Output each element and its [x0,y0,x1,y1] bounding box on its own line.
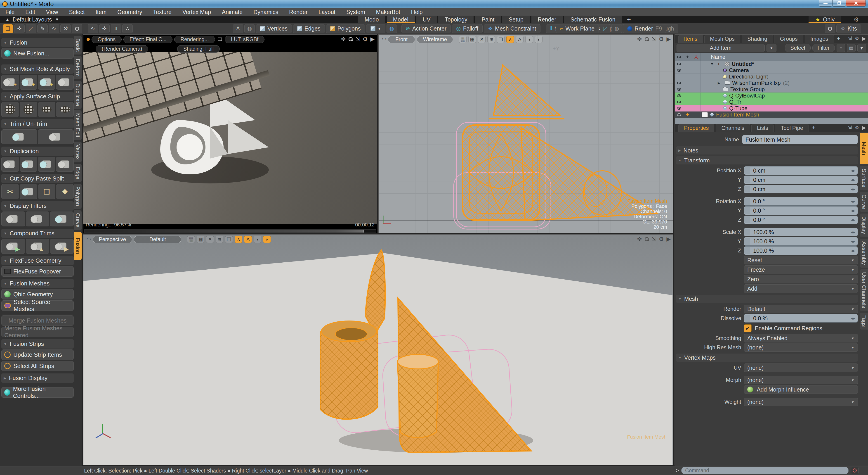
name-column-header[interactable]: Name [701,54,725,60]
zero-dropdown[interactable]: Zero▼ [744,275,858,284]
items-mode-dropdown[interactable]: ▼ [366,24,385,33]
tab-lists[interactable]: Lists [751,124,774,132]
options-button[interactable]: Options [92,36,122,43]
menu-help[interactable]: Help [405,9,428,16]
dup-b-button[interactable] [20,157,37,172]
ik-tool-button[interactable]: ∿ [49,24,59,33]
position-y-field[interactable]: 0 cm◀▶ [744,176,858,184]
qbic-geometry-button[interactable]: Qbic Geometry... [1,289,74,299]
select-all-strips-button[interactable]: Select All Strips [1,361,74,371]
tab-deform[interactable]: Deform [74,56,82,80]
item-name-field[interactable]: Fusion Item Mesh [742,135,858,144]
screen-toggle[interactable]: ❏ [497,36,504,43]
weight-dropdown[interactable]: (none)▼ [744,398,858,406]
compound-trim-c-button[interactable]: ▶ [50,239,74,254]
render-camera-button[interactable]: (Render Camera) [96,45,148,53]
wave-toggle[interactable]: ≋ [487,36,495,43]
tab-mesh-ops[interactable]: Mesh Ops [704,35,740,43]
more-icon[interactable]: ▶ [666,236,671,242]
notes-section-header[interactable]: ▶ Notes [676,146,858,154]
edges-mode-button[interactable]: Edges [293,24,325,33]
filter-b-button[interactable] [26,211,50,227]
shading-mode-dropdown[interactable]: Default [134,236,181,243]
kits-button[interactable]: ⚙ Kits [836,24,861,33]
layout-settings-gear-button[interactable]: ⚙ [854,16,859,23]
render-viewport[interactable]: Options Effect: Final C... Rendering... … [83,34,377,233]
tab-paint[interactable]: Paint [475,16,501,23]
maximize-icon[interactable]: ⇲ [652,36,656,42]
wave-toggle[interactable]: ≋ [216,236,223,243]
section-trim[interactable]: ▼ Trim / Un-Trim [1,119,74,128]
render-toggle-checkbox[interactable] [702,112,708,117]
polygons-mode-button[interactable]: Polygons [326,24,365,33]
menu-edit[interactable]: Edit [20,9,40,16]
item-row-q-tri[interactable]: Q_Tri [675,99,868,105]
gear-icon[interactable]: ⚙ [363,36,368,42]
zoom-icon[interactable] [348,37,353,41]
scale-y-field[interactable]: 100.0 %◀▶ [744,237,858,246]
scale-z-field[interactable]: 100.0 %◀▶ [744,246,858,255]
add-dropdown[interactable]: Add▼ [744,284,858,293]
section-fusion-strips[interactable]: ▼ Fusion Strips [1,339,74,349]
section-fusion[interactable]: ▼ Fusion [1,38,74,47]
section-display-filters[interactable]: ▼ Display Filters [1,201,74,211]
filter-a-button[interactable] [1,211,25,227]
split-button[interactable]: ❖ [56,184,74,199]
section-duplication[interactable]: ▼ Duplication [1,147,74,156]
item-mode-button[interactable]: ❏ [3,24,13,33]
schematic-route-button[interactable]: ∿ [88,24,98,33]
gear-icon[interactable]: ⚙ [659,36,664,42]
item-row-fusion-item-mesh[interactable]: + Fusion Item Mesh [675,112,868,118]
position-z-field[interactable]: 0 cm◀▶ [744,185,858,194]
transform-cross-button[interactable]: ✜ [99,24,110,33]
cursor-tool-button[interactable]: ◸ [600,24,610,33]
item-row-q-cylbowlcap[interactable]: Q-CylBowlCap [675,92,868,99]
render-dropdown[interactable]: Default▼ [744,305,858,313]
menu-system[interactable]: System [341,9,370,16]
vtab-mesh[interactable]: Mesh [860,133,868,164]
vtab-curve[interactable]: Curve [860,192,868,212]
dup-a-button[interactable] [1,157,19,172]
paste-button[interactable]: ❏ [38,184,56,199]
section-fusion-meshes[interactable]: ▼ Fusion Meshes [1,279,74,288]
section-cut-copy[interactable]: ▼ Cut Copy Paste Split [1,174,74,183]
tab-mesh-edit[interactable]: Mesh Edit [74,110,82,140]
add-panel-tab-button[interactable]: + [810,123,817,132]
item-row-q-tube[interactable]: Q-Tube [675,105,868,112]
selection-rollover-toggle[interactable]: ʌ [235,236,242,243]
menu-item[interactable]: Item [90,9,112,16]
maximize-icon[interactable]: ⇲ [652,236,656,242]
strip-band-a-button[interactable] [38,102,56,117]
close-button[interactable] [846,0,866,6]
tab-polygon[interactable]: Polygon [74,184,82,209]
view-type-dropdown[interactable]: Perspective [93,236,132,243]
action-center-button[interactable]: ⊕ Action Center [401,24,451,33]
more-fusion-controls-button[interactable]: More Fusion Controls... [1,387,74,398]
morph-dropdown[interactable]: (none)▼ [744,376,858,384]
figure-toggle[interactable]: Ʌ [244,236,252,243]
compound-trim-a-button[interactable]: ▶ [1,239,25,254]
cylinder-right-toggle[interactable]: ◗ [535,36,542,43]
figure-toggle[interactable]: Ʌ [516,36,524,43]
tab-vertex[interactable]: Vertex [74,142,82,162]
tab-properties[interactable]: Properties [678,124,714,132]
lut-button[interactable]: LUT: sRGBf [225,36,265,43]
cylinder-left-toggle[interactable]: ◖ [525,36,533,43]
tab-groups[interactable]: Groups [774,35,803,43]
dissolve-field[interactable]: 0.0 %◀▶ [744,314,858,323]
section-fusion-display[interactable]: ▶ Fusion Display [1,374,74,383]
move-tool-button[interactable]: ✜ [14,24,25,33]
visibility-column-header[interactable] [675,53,683,61]
dup-d-button[interactable] [56,157,74,172]
list-style-button[interactable]: ≡ [837,44,845,52]
item-row-directional-light[interactable]: Directional Light [675,73,868,80]
add-panel-tab-button[interactable]: + [835,34,842,43]
add-morph-influence-button[interactable]: Add Morph Influence [744,385,858,394]
rotate-icon[interactable]: ◠ [87,236,91,242]
uv-dropdown[interactable]: (none)▼ [744,363,858,372]
tab-curve[interactable]: Curve [74,210,82,230]
item-row-camera[interactable]: Camera [675,67,868,73]
pan-icon[interactable]: ✜ [637,36,642,42]
mesh-section-header[interactable]: ▼ Mesh [676,295,858,303]
lock-column-header[interactable]: + [683,53,692,61]
